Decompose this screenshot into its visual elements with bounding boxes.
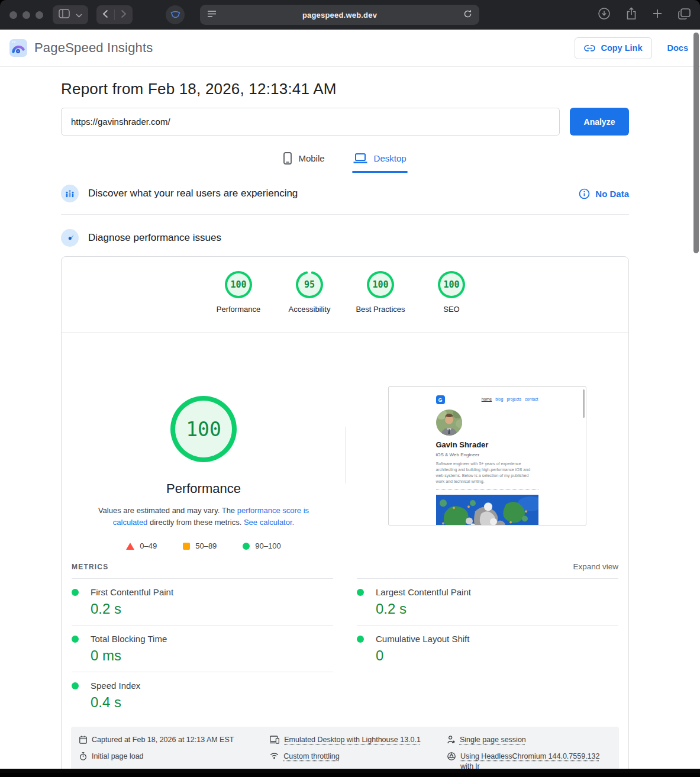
shield-icon xyxy=(170,11,180,19)
pass-dot-icon xyxy=(72,589,79,596)
stopwatch-icon xyxy=(79,752,87,760)
no-data-indicator[interactable]: No Data xyxy=(579,188,629,199)
metric-speed-index: Speed Index 0.4 s xyxy=(72,672,333,718)
share-icon[interactable] xyxy=(626,7,637,22)
score-ring: 95 xyxy=(296,271,323,298)
diagnose-section-row: Diagnose performance issues xyxy=(61,229,629,247)
pass-dot-icon xyxy=(357,636,364,643)
site-logo: G xyxy=(436,395,445,404)
score-ring: 100 xyxy=(225,271,252,298)
traffic-lights xyxy=(9,11,43,19)
tab-mobile[interactable]: Mobile xyxy=(283,152,324,173)
metric-value: 0.2 s xyxy=(376,601,618,617)
score-seo[interactable]: 100 SEO xyxy=(416,271,487,314)
back-icon[interactable] xyxy=(102,9,108,21)
forward-icon[interactable] xyxy=(121,9,127,21)
analyze-form: Analyze xyxy=(61,108,629,136)
real-users-icon xyxy=(61,185,79,202)
see-calculator-link[interactable]: See calculator. xyxy=(244,518,294,527)
metric-value: 0 xyxy=(376,647,618,664)
zoom-window-button[interactable] xyxy=(36,11,43,19)
info-icon xyxy=(579,188,590,199)
page-scrollbar[interactable] xyxy=(693,33,699,253)
metric-value: 0.4 s xyxy=(91,694,333,711)
site-bio: Software engineer with 5+ years of exper… xyxy=(436,461,538,485)
site-subtitle: iOS & Web Engineer xyxy=(436,452,538,457)
calendar-icon xyxy=(79,736,87,744)
score-ring: 100 xyxy=(367,271,394,298)
tab-overview-icon[interactable] xyxy=(678,8,691,22)
url-text: pagespeed.web.dev xyxy=(200,11,479,20)
performance-gauge-panel: 100 Performance Values are estimated and… xyxy=(62,333,346,550)
metrics-grid: First Contentful Paint 0.2 s Total Block… xyxy=(62,578,628,718)
discover-label: Discover what your real users are experi… xyxy=(88,188,298,199)
person-icon xyxy=(447,736,455,744)
score-legend: 0–49 50–89 90–100 xyxy=(62,541,346,550)
emulation-info[interactable]: Emulated Desktop with Lighthouse 13.0.1 xyxy=(270,735,437,745)
avatar xyxy=(436,410,462,436)
run-environment: Captured at Feb 18, 2026 at 12:13 AM EST… xyxy=(71,727,619,773)
new-tab-icon[interactable] xyxy=(652,8,663,21)
session-info[interactable]: Single page session xyxy=(447,735,611,745)
thumbnail-scrollbar xyxy=(583,389,585,418)
copy-link-button[interactable]: Copy Link xyxy=(575,37,651,59)
metric-total-blocking-time: Total Blocking Time 0 ms xyxy=(72,625,333,672)
sidebar-icon[interactable] xyxy=(59,9,70,21)
minimize-window-button[interactable] xyxy=(22,11,30,19)
toolbar-right-actions xyxy=(598,7,691,22)
downloads-icon[interactable] xyxy=(598,7,611,22)
section-divider xyxy=(61,214,629,215)
site-name: Gavin Shrader xyxy=(436,440,538,449)
tab-desktop[interactable]: Desktop xyxy=(353,152,407,173)
pass-circle-icon xyxy=(243,543,250,550)
metric-value: 0 ms xyxy=(91,647,333,664)
category-scores: 100 Performance 95 Accessibility 100 Bes… xyxy=(62,257,628,324)
score-best-practices[interactable]: 100 Best Practices xyxy=(345,271,416,314)
browser-toolbar: pagespeed.web.dev xyxy=(0,0,700,30)
page-title: PageSpeed Insights xyxy=(34,40,153,56)
diagnose-gauge-icon xyxy=(61,229,79,247)
metric-largest-contentful-paint: Largest Contentful Paint 0.2 s xyxy=(357,578,618,625)
metrics-heading: METRICS xyxy=(72,563,108,571)
app-header: PageSpeed Insights Copy Link Docs xyxy=(0,30,700,67)
reader-icon[interactable] xyxy=(207,9,217,20)
pagespeed-logo xyxy=(9,39,27,57)
devices-icon xyxy=(270,736,279,744)
chevron-down-icon[interactable] xyxy=(76,9,82,20)
metric-value: 0.2 s xyxy=(91,601,333,617)
reload-icon[interactable] xyxy=(463,9,472,21)
pass-dot-icon xyxy=(72,636,79,643)
score-accessibility[interactable]: 95 Accessibility xyxy=(274,271,345,314)
sidebar-controls xyxy=(53,5,88,24)
score-performance[interactable]: 100 Performance xyxy=(203,271,274,314)
site-screenshot: G home blog projects contact xyxy=(388,386,586,525)
fail-triangle-icon xyxy=(126,543,134,550)
url-input[interactable] xyxy=(61,108,560,136)
performance-gauge-label: Performance xyxy=(62,481,346,496)
dotted-divider xyxy=(436,489,538,490)
average-square-icon xyxy=(183,543,190,550)
url-bar[interactable]: pagespeed.web.dev xyxy=(200,5,479,25)
pass-dot-icon xyxy=(357,589,364,596)
expand-view-button[interactable]: Expand view xyxy=(573,562,618,571)
window-bottom-edge xyxy=(0,769,700,773)
analyze-button[interactable]: Analyze xyxy=(570,108,629,136)
pagespeed-page: PageSpeed Insights Copy Link Docs Report… xyxy=(0,30,700,773)
map-image xyxy=(436,495,538,525)
chromium-icon xyxy=(447,752,456,760)
metric-cumulative-layout-shift: Cumulative Layout Shift 0 xyxy=(357,625,618,672)
site-nav: home blog projects contact xyxy=(482,395,538,401)
close-window-button[interactable] xyxy=(9,11,17,19)
nav-separator xyxy=(114,9,115,20)
pass-dot-icon xyxy=(72,682,79,689)
discover-section-row: Discover what your real users are experi… xyxy=(61,185,629,202)
docs-link[interactable]: Docs xyxy=(667,43,688,53)
wifi-icon xyxy=(270,752,279,759)
report-heading: Report from Feb 18, 2026, 12:13:41 AM xyxy=(61,80,629,98)
link-icon xyxy=(584,45,595,51)
extension-button[interactable] xyxy=(166,5,185,24)
metric-first-contentful-paint: First Contentful Paint 0.2 s xyxy=(72,578,333,625)
device-tabs: Mobile Desktop xyxy=(61,152,629,173)
performance-gauge: 100 xyxy=(170,396,237,462)
lighthouse-report-card: 100 Performance 95 Accessibility 100 Bes… xyxy=(61,256,629,773)
